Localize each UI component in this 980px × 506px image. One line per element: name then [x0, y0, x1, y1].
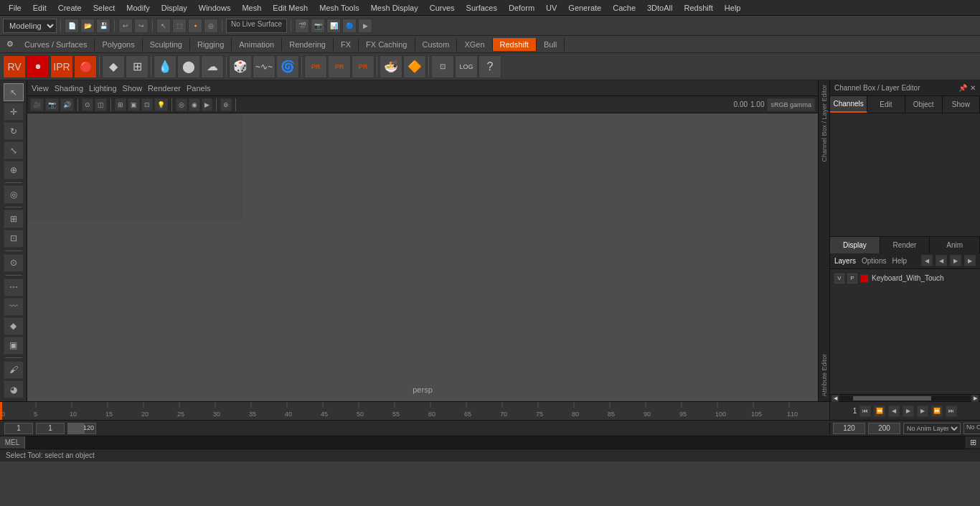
- menu-cache[interactable]: Cache: [607, 2, 641, 14]
- mel-label[interactable]: MEL: [0, 436, 25, 449]
- tab-object[interactable]: Object: [905, 96, 943, 113]
- snap-surface[interactable]: ▣: [4, 337, 24, 355]
- show-manip[interactable]: ⊞: [4, 210, 24, 228]
- menu-modify[interactable]: Modify: [121, 2, 155, 14]
- menu-deform[interactable]: Deform: [503, 2, 540, 14]
- vp-menu-shading[interactable]: Shading: [55, 84, 83, 93]
- status-right-btn[interactable]: ⊞: [966, 436, 980, 449]
- layer-visibility-btn[interactable]: V: [834, 273, 844, 284]
- attribute-editor-side-label[interactable]: Attribute Editor: [820, 351, 829, 400]
- menu-curves[interactable]: Curves: [424, 2, 461, 14]
- vp-wireframe-btn[interactable]: ⊞: [115, 98, 126, 111]
- vp-audio-btn[interactable]: 🔊: [60, 98, 74, 111]
- ws-tab-redshift[interactable]: Redshift: [493, 38, 537, 51]
- workspace-selector[interactable]: Modeling: [3, 19, 57, 33]
- snap-point[interactable]: ◆: [4, 317, 24, 335]
- render-btn2[interactable]: 📷: [311, 19, 325, 33]
- vp-solid-btn[interactable]: ▣: [128, 98, 140, 111]
- scroll-track[interactable]: [840, 396, 970, 400]
- open-scene-btn[interactable]: 📂: [80, 19, 95, 33]
- select-tool[interactable]: ↖: [4, 83, 24, 101]
- shelf-pr3[interactable]: PR: [352, 55, 374, 78]
- shelf-sphere[interactable]: ⬤: [177, 55, 200, 78]
- panel-close-btn[interactable]: ✕: [970, 84, 976, 92]
- select-tool-btn[interactable]: ↖: [156, 19, 171, 33]
- vp-menu-show[interactable]: Show: [123, 84, 143, 93]
- menu-redshift[interactable]: Redshift: [678, 2, 718, 14]
- shelf-cube[interactable]: 🎲: [229, 55, 252, 78]
- menu-edit-mesh[interactable]: Edit Mesh: [267, 2, 314, 14]
- shelf-node1[interactable]: ⊡: [431, 55, 454, 78]
- shelf-rs[interactable]: 🔴: [74, 55, 97, 78]
- menu-file[interactable]: File: [3, 2, 27, 14]
- tl-prev-btn[interactable]: ◀: [888, 406, 900, 417]
- shelf-swirl[interactable]: 🌀: [276, 55, 299, 78]
- layer-playback-btn[interactable]: P: [847, 273, 857, 284]
- vp-menu-lighting[interactable]: Lighting: [89, 84, 117, 93]
- sculpt-tools[interactable]: ◕: [4, 380, 24, 398]
- ws-tab-bull[interactable]: Bull: [537, 38, 565, 51]
- save-scene-btn[interactable]: 💾: [96, 19, 110, 33]
- layers-tab-options[interactable]: Options: [862, 257, 886, 265]
- vp-snap-btn[interactable]: ⊙: [82, 98, 93, 111]
- vp-menu-view[interactable]: View: [32, 84, 49, 93]
- render-btn5[interactable]: ▶: [358, 19, 372, 33]
- menu-mesh[interactable]: Mesh: [236, 2, 267, 14]
- viewport-3d[interactable]: X Y Z persp: [27, 113, 818, 401]
- tl-play-btn[interactable]: ▶: [903, 406, 914, 417]
- vp-menu-renderer[interactable]: Renderer: [148, 84, 181, 93]
- vp-obj-btn[interactable]: ◫: [95, 98, 107, 111]
- ws-tab-polygons[interactable]: Polygons: [95, 38, 142, 51]
- shelf-render2[interactable]: 🔶: [403, 55, 426, 78]
- ws-tab-custom[interactable]: Custom: [415, 38, 458, 51]
- frame-current-input[interactable]: [36, 423, 65, 434]
- frame-start-input[interactable]: [4, 423, 33, 434]
- menu-3dtoall[interactable]: 3DtoAll: [641, 2, 678, 14]
- vp-menu-panels[interactable]: Panels: [187, 84, 211, 93]
- mel-input[interactable]: [25, 436, 966, 449]
- vp-gamma-selector[interactable]: sRGB gamma: [767, 98, 815, 111]
- layer-color-swatch[interactable]: [860, 274, 869, 283]
- last-tool[interactable]: ⊡: [4, 230, 24, 248]
- vp-cam-btn[interactable]: 🎥: [30, 98, 44, 111]
- disp-tab-display[interactable]: Display: [830, 237, 880, 253]
- menu-help[interactable]: Help: [719, 2, 747, 14]
- paint-effects[interactable]: 🖌: [4, 361, 24, 379]
- menu-generate[interactable]: Generate: [562, 2, 607, 14]
- shelf-render1[interactable]: 🍜: [380, 55, 402, 78]
- scroll-thumb[interactable]: [853, 396, 931, 400]
- layer-icon-3[interactable]: ▶: [950, 255, 961, 266]
- ws-tab-curves[interactable]: Curves / Surfaces: [17, 38, 95, 51]
- menu-create[interactable]: Create: [52, 2, 88, 14]
- right-panel-scrollbar[interactable]: ◀ ▶: [830, 394, 980, 401]
- anim-max-frame-input[interactable]: [868, 423, 900, 434]
- tab-edit[interactable]: Edit: [867, 96, 905, 113]
- shelf-log[interactable]: LOG: [455, 55, 478, 78]
- ws-tab-fx[interactable]: FX: [334, 38, 359, 51]
- vp-iso-btn[interactable]: ⊚: [220, 98, 232, 111]
- tl-next-key-btn[interactable]: ⏩: [931, 406, 943, 417]
- scroll-left-arrow[interactable]: ◀: [831, 395, 839, 402]
- shelf-pr1[interactable]: PR: [304, 55, 327, 78]
- menu-select[interactable]: Select: [88, 2, 121, 14]
- scale-tool[interactable]: ⤡: [4, 141, 24, 159]
- ws-tab-xgen[interactable]: XGen: [457, 38, 492, 51]
- tl-prev-key-btn[interactable]: ⏪: [874, 406, 885, 417]
- tl-first-btn[interactable]: ⏮: [859, 406, 871, 417]
- move-tool[interactable]: ✛: [4, 103, 24, 121]
- shelf-rec[interactable]: ⏺: [27, 55, 50, 78]
- channel-box-side-label[interactable]: Channel Box / Layer Editor: [820, 82, 829, 165]
- menu-surfaces[interactable]: Surfaces: [461, 2, 503, 14]
- tab-channels[interactable]: Channels: [830, 96, 867, 113]
- tl-last-btn[interactable]: ⏭: [946, 406, 957, 417]
- shelf-drop[interactable]: 💧: [154, 55, 176, 78]
- panel-pin-btn[interactable]: 📌: [958, 84, 967, 92]
- menu-mesh-tools[interactable]: Mesh Tools: [314, 2, 364, 14]
- snap-curve[interactable]: 〰: [4, 298, 24, 316]
- timeline-ruler[interactable]: 0 5 10 15 20 25 30 35 40 45 50 55 60: [0, 402, 829, 420]
- menu-display[interactable]: Display: [156, 2, 193, 14]
- tl-next-btn[interactable]: ▶: [917, 406, 928, 417]
- menu-windows[interactable]: Windows: [193, 2, 237, 14]
- vp-light-btn[interactable]: 💡: [154, 98, 168, 111]
- soft-select[interactable]: ◎: [4, 185, 24, 203]
